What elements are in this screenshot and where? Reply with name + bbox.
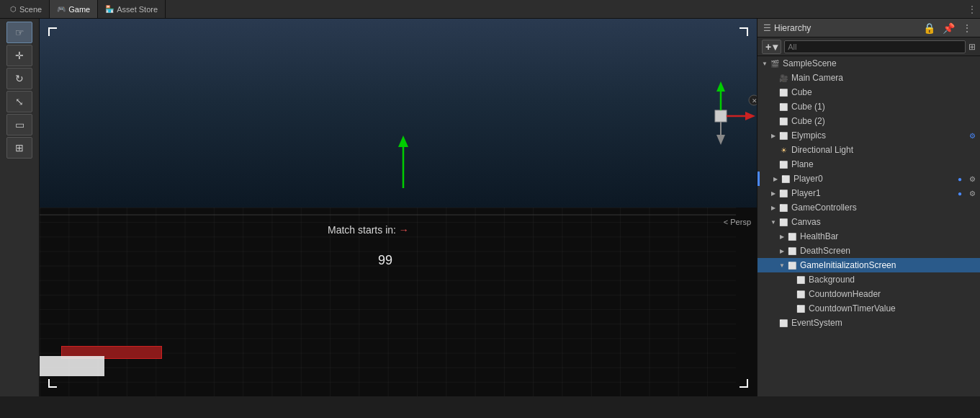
tree-item-player1[interactable]: ⬜ Player1 ● ⚙ bbox=[758, 186, 980, 200]
svg-marker-10 bbox=[716, 135, 725, 145]
tree-item-canvas[interactable]: ⬜ Canvas bbox=[758, 215, 980, 229]
hierarchy-toolbar: + ▾ ⊞ bbox=[758, 37, 980, 56]
elympics-settings: ⚙ bbox=[967, 130, 977, 141]
svg-marker-3 bbox=[398, 135, 408, 147]
svg-rect-4 bbox=[715, 110, 727, 122]
expand-arrow-elympics[interactable] bbox=[769, 131, 778, 140]
expand-arrow-player1[interactable] bbox=[769, 189, 778, 197]
hierarchy-menu-button[interactable]: ⋮ bbox=[960, 22, 974, 35]
move-tool-button[interactable]: ✛ bbox=[6, 45, 32, 66]
expand-arrow-canvas[interactable] bbox=[769, 218, 778, 226]
label-gamecontrollers: GameControllers bbox=[791, 203, 977, 213]
icon-background: ⬜ bbox=[795, 274, 806, 285]
label-healthbar: HealthBar bbox=[800, 231, 977, 241]
hierarchy-panel: ☰ Hierarchy 🔒 📌 ⋮ + ▾ ⊞ 🎬 SampleScene bbox=[757, 19, 980, 396]
player1-gear-icon[interactable]: ⚙ bbox=[967, 188, 977, 198]
label-countdowntimervalue: CountdownTimerValue bbox=[809, 303, 977, 314]
svg-text:✕: ✕ bbox=[752, 97, 757, 104]
tree-item-gameinitialization[interactable]: ⬜ GameInitializationScreen bbox=[758, 258, 980, 272]
expand-arrow-player0[interactable] bbox=[771, 174, 780, 183]
tree-item-countdownheader[interactable]: ⬜ CountdownHeader bbox=[758, 287, 980, 301]
icon-healthbar: ⬜ bbox=[786, 231, 798, 242]
label-background: Background bbox=[809, 275, 977, 285]
player0-gear-icon[interactable]: ⚙ bbox=[967, 174, 977, 184]
tree-item-countdowntimervalue[interactable]: ⬜ CountdownTimerValue bbox=[758, 301, 980, 316]
grid-overlay bbox=[40, 208, 736, 396]
icon-cube-2: ⬜ bbox=[778, 115, 789, 127]
expand-arrow-countdownheader bbox=[786, 290, 795, 298]
icon-countdownheader: ⬜ bbox=[795, 288, 806, 300]
add-gameobject-button[interactable]: + ▾ bbox=[762, 40, 781, 54]
tree-item-eventsystem[interactable]: ⬜ EventSystem bbox=[758, 316, 980, 330]
scale-tool-button[interactable]: ⤡ bbox=[6, 91, 32, 112]
rect-tool-button[interactable]: ▭ bbox=[6, 114, 32, 135]
tree-item-gamecontrollers[interactable]: ⬜ GameControllers bbox=[758, 200, 980, 215]
label-main-camera: Main Camera bbox=[791, 73, 977, 83]
hierarchy-tree[interactable]: 🎬 SampleScene 🎥 Main Camera ⬜ Cube ⬜ Cub… bbox=[758, 56, 980, 396]
player0-settings: ● ⚙ bbox=[955, 174, 977, 184]
tree-item-elympics[interactable]: ⬜ Elympics ⚙ bbox=[758, 128, 980, 143]
expand-arrow-healthbar[interactable] bbox=[778, 232, 786, 241]
expand-arrow-main-camera bbox=[769, 74, 778, 82]
label-gameinitialization: GameInitializationScreen bbox=[800, 260, 977, 270]
main-layout: ☞ ✛ ↻ ⤡ ▭ ⊞ bbox=[0, 19, 980, 396]
icon-gameinitialization: ⬜ bbox=[786, 259, 798, 271]
scene-viewport[interactable]: ✕ Match starts in: → 99 < Persp bbox=[40, 19, 757, 396]
hierarchy-lock-button[interactable]: 🔒 bbox=[921, 22, 938, 35]
asset-store-icon: 🏪 bbox=[105, 5, 114, 13]
transform-tool-button[interactable]: ⊞ bbox=[6, 137, 32, 159]
hierarchy-search-input[interactable] bbox=[784, 40, 966, 53]
icon-eventsystem: ⬜ bbox=[778, 317, 789, 329]
label-cube-2: Cube (2) bbox=[791, 116, 977, 126]
expand-arrow-plane bbox=[769, 160, 778, 169]
tree-item-cube[interactable]: ⬜ Cube bbox=[758, 85, 980, 99]
tree-item-deathscreen[interactable]: ⬜ DeathScreen bbox=[758, 244, 980, 258]
add-chevron: ▾ bbox=[773, 41, 778, 53]
icon-player1: ⬜ bbox=[778, 187, 789, 199]
hand-tool-button[interactable]: ☞ bbox=[6, 22, 32, 43]
rotate-tool-button[interactable]: ↻ bbox=[6, 68, 32, 89]
hierarchy-pin-button[interactable]: 📌 bbox=[940, 22, 957, 35]
tree-item-background[interactable]: ⬜ Background bbox=[758, 272, 980, 287]
expand-arrow-countdowntimervalue bbox=[786, 304, 795, 313]
tab-asset-store[interactable]: 🏪 Asset Store bbox=[98, 0, 166, 18]
hierarchy-header: ☰ Hierarchy 🔒 📌 ⋮ bbox=[758, 19, 980, 37]
expand-arrow-background bbox=[786, 275, 795, 284]
icon-cube-1: ⬜ bbox=[778, 101, 789, 112]
expand-arrow-samplescene[interactable] bbox=[760, 59, 769, 68]
expand-arrow-gamecontrollers[interactable] bbox=[769, 203, 778, 212]
icon-elympics: ⬜ bbox=[778, 130, 789, 141]
tree-item-cube-1[interactable]: ⬜ Cube (1) bbox=[758, 99, 980, 114]
expand-arrow-gameinitialization[interactable] bbox=[778, 261, 786, 270]
label-elympics: Elympics bbox=[791, 130, 967, 141]
add-icon: + bbox=[765, 41, 771, 53]
tree-item-cube-2[interactable]: ⬜ Cube (2) bbox=[758, 114, 980, 128]
tree-item-player0[interactable]: ⬜ Player0 ● ⚙ bbox=[758, 172, 980, 186]
tree-item-plane[interactable]: ⬜ Plane bbox=[758, 157, 980, 172]
label-directional-light: Directional Light bbox=[791, 145, 977, 155]
player1-blue-dot: ● bbox=[955, 188, 965, 198]
label-cube: Cube bbox=[791, 87, 977, 97]
icon-samplescene: 🎬 bbox=[769, 58, 781, 69]
hierarchy-filter-button[interactable]: ⊞ bbox=[968, 42, 976, 52]
tab-game[interactable]: 🎮 Game bbox=[50, 0, 98, 18]
hierarchy-title: Hierarchy bbox=[774, 23, 811, 33]
tab-menu-button[interactable]: ⋮ bbox=[967, 4, 977, 15]
label-eventsystem: EventSystem bbox=[791, 318, 977, 328]
player0-blue-dot: ● bbox=[955, 174, 965, 184]
svg-marker-8 bbox=[745, 112, 755, 120]
expand-arrow-directional-light bbox=[769, 146, 778, 154]
tab-scene[interactable]: ⬡ Scene bbox=[3, 0, 50, 18]
label-canvas: Canvas bbox=[791, 217, 977, 227]
tree-item-main-camera[interactable]: 🎥 Main Camera bbox=[758, 71, 980, 85]
expand-arrow-deathscreen[interactable] bbox=[778, 246, 786, 255]
tree-item-directional-light[interactable]: ☀ Directional Light bbox=[758, 143, 980, 157]
tree-item-healthbar[interactable]: ⬜ HealthBar bbox=[758, 229, 980, 244]
label-player1: Player1 bbox=[791, 188, 955, 198]
icon-countdowntimervalue: ⬜ bbox=[795, 303, 806, 314]
left-toolbar: ☞ ✛ ↻ ⤡ ▭ ⊞ bbox=[0, 19, 40, 396]
icon-canvas: ⬜ bbox=[778, 216, 789, 228]
tree-item-samplescene[interactable]: 🎬 SampleScene bbox=[758, 56, 980, 71]
hierarchy-controls: 🔒 📌 ⋮ bbox=[921, 22, 974, 35]
transform-gizmo: ✕ bbox=[680, 80, 757, 152]
